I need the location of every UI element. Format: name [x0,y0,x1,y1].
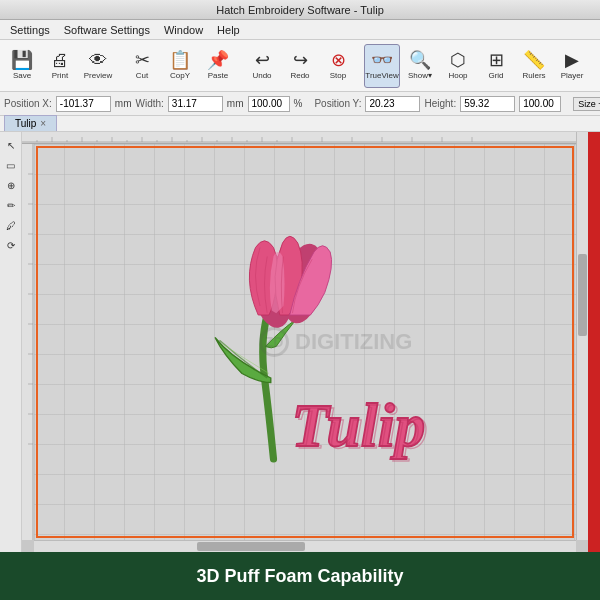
rulers-button[interactable]: 📏 Rulers [516,44,552,88]
svg-rect-26 [22,144,34,540]
draw-tool[interactable]: ✏ [2,196,20,214]
title-text: Hatch Embroidery Software - Tulip [216,4,384,16]
properties-bar: Position X: mm Width: mm % Position Y: H… [0,92,600,116]
player-button[interactable]: ▶ Player [554,44,590,88]
left-panel: ↖ ▭ ⊕ ✏ 🖊 ⟳ [0,132,22,552]
print-button[interactable]: 🖨 Print [42,44,78,88]
main-area: ↖ ▭ ⊕ ✏ 🖊 ⟳ [0,132,600,552]
copy-icon: 📋 [169,51,191,69]
paste-label: Paste [208,71,228,80]
pos-y-input[interactable] [365,96,420,112]
copy-label: CopY [170,71,190,80]
width-label: Width: [135,98,163,109]
show-label: Show▾ [408,71,432,80]
pct-sign: % [294,98,303,109]
rect-tool[interactable]: ▭ [2,156,20,174]
undo-button[interactable]: ↩ Undo [244,44,280,88]
menu-software-settings[interactable]: Software Settings [58,22,156,38]
pct2-input[interactable] [519,96,561,112]
tulip-design-svg: Tulip Tulip [125,192,485,492]
tab-label: Tulip [15,118,36,129]
pan-button[interactable]: ✋ Pan [592,44,600,88]
print-icon: 🖨 [51,51,69,69]
undo-label: Undo [252,71,271,80]
scroll-thumb-vertical[interactable] [578,254,587,336]
menu-settings[interactable]: Settings [4,22,56,38]
pos-y-label: Position Y: [314,98,361,109]
height-input[interactable] [460,96,515,112]
zoom-tool[interactable]: ⊕ [2,176,20,194]
hoop-button[interactable]: ⬡ Hoop [440,44,476,88]
redo-label: Redo [290,71,309,80]
tab-close-icon[interactable]: × [40,118,46,129]
save-label: Save [13,71,31,80]
width-input[interactable] [168,96,223,112]
trueview-icon: 👓 [371,51,393,69]
hoop-icon: ⬡ [450,51,466,69]
mm-unit-2: mm [227,98,244,109]
hoop-label: Hoop [448,71,467,80]
player-label: Player [561,71,584,80]
rulers-label: Rulers [522,71,545,80]
menu-bar: Settings Software Settings Window Help [0,20,600,40]
stop-icon: ⊗ [331,51,346,69]
pos-x-label: Position X: [4,98,52,109]
menu-help[interactable]: Help [211,22,246,38]
paste-icon: 📌 [207,51,229,69]
show-icon: 🔍 [409,51,431,69]
paste-button[interactable]: 📌 Paste [200,44,236,88]
rotate-tool[interactable]: ⟳ [2,236,20,254]
caption-text: 3D Puff Foam Capability [196,566,403,587]
scrollbar-right[interactable] [576,132,588,540]
save-icon: 💾 [11,51,33,69]
grid-label: Grid [488,71,503,80]
ruler-left-svg [22,144,34,540]
show-button[interactable]: 🔍 Show▾ [402,44,438,88]
ruler-top-svg [22,132,576,143]
stop-button[interactable]: ⊗ Stop [320,44,356,88]
file-tab-tulip[interactable]: Tulip × [4,115,57,131]
size-plus-button[interactable]: Size +10% [573,97,600,111]
toolbar: 💾 Save 🖨 Print 👁 Preview ✂ Cut 📋 CopY 📌 … [0,40,600,92]
pct1-input[interactable] [248,96,290,112]
caption-bar: 3D Puff Foam Capability [0,552,600,600]
ruler-left [22,144,34,540]
player-icon: ▶ [565,51,579,69]
trueview-button[interactable]: 👓 TrueView [364,44,400,88]
scroll-thumb-horizontal[interactable] [197,542,305,551]
height-label: Height: [424,98,456,109]
svg-text:Tulip: Tulip [294,393,428,461]
save-button[interactable]: 💾 Save [4,44,40,88]
title-bar: Hatch Embroidery Software - Tulip [0,0,600,20]
pen-tool[interactable]: 🖊 [2,216,20,234]
select-tool[interactable]: ↖ [2,136,20,154]
stop-label: Stop [330,71,346,80]
grid-button[interactable]: ⊞ Grid [478,44,514,88]
menu-window[interactable]: Window [158,22,209,38]
preview-button[interactable]: 👁 Preview [80,44,116,88]
copy-button[interactable]: 📋 CopY [162,44,198,88]
preview-label: Preview [84,71,112,80]
tab-bar: Tulip × [0,116,600,132]
cut-icon: ✂ [135,51,150,69]
cut-button[interactable]: ✂ Cut [124,44,160,88]
pos-x-input[interactable] [56,96,111,112]
trueview-label: TrueView [365,71,398,80]
ruler-top [22,132,576,144]
undo-icon: ↩ [255,51,270,69]
design-area: Tulip Tulip ZD DIGITIZING [34,144,576,540]
rulers-icon: 📏 [523,51,545,69]
right-panel [588,132,600,552]
scrollbar-bottom[interactable] [34,540,576,552]
print-label: Print [52,71,68,80]
redo-button[interactable]: ↪ Redo [282,44,318,88]
mm-unit-1: mm [115,98,132,109]
cut-label: Cut [136,71,148,80]
grid-icon: ⊞ [489,51,504,69]
svg-rect-0 [22,132,576,143]
preview-icon: 👁 [89,51,107,69]
redo-icon: ↪ [293,51,308,69]
canvas-area[interactable]: Tulip Tulip ZD DIGITIZING [22,132,588,552]
